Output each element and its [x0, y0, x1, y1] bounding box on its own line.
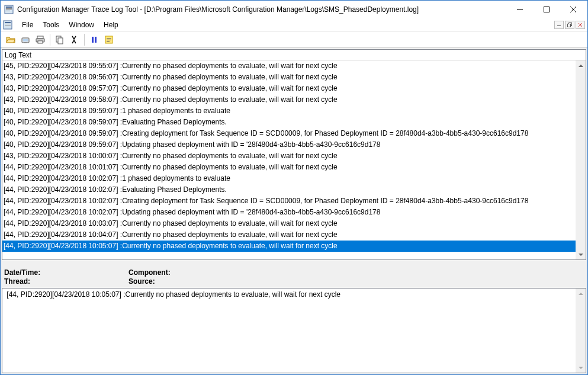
menu-help[interactable]: Help — [99, 20, 123, 30]
svg-rect-26 — [92, 37, 94, 43]
log-row[interactable]: [44, PID:2920][04/23/2018 10:04:07] :Cur… — [2, 229, 576, 241]
svg-rect-12 — [5, 25, 11, 25]
scroll-up-arrow[interactable] — [576, 289, 586, 299]
menu-file[interactable]: File — [17, 20, 38, 30]
log-row[interactable]: [43, PID:2920][04/23/2018 10:00:07] :Cur… — [2, 150, 576, 162]
mdi-close-button[interactable] — [576, 21, 585, 29]
detail-text-pane[interactable]: [44, PID:2920][04/23/2018 10:05:07] :Cur… — [2, 288, 586, 373]
svg-rect-23 — [38, 41, 43, 43]
app-icon — [4, 5, 14, 14]
title-bar: Configuration Manager Trace Log Tool - [… — [1, 1, 587, 18]
log-row-message: Currently no phased deployments to evalu… — [122, 163, 338, 171]
log-row-prefix: [44, PID:2920][04/23/2018 10:02:07] : — [4, 197, 122, 205]
log-row-message: Currently no phased deployments to evalu… — [122, 152, 338, 160]
svg-rect-2 — [6, 8, 12, 9]
log-row-message: Updating phased deployment with ID = '28… — [122, 140, 380, 149]
svg-rect-10 — [5, 22, 11, 23]
pause-button[interactable] — [88, 33, 101, 46]
svg-rect-30 — [107, 40, 111, 40]
menu-tools[interactable]: Tools — [38, 20, 64, 30]
log-row-prefix: [44, PID:2920][04/23/2018 10:05:07] : — [4, 242, 122, 250]
log-row[interactable]: [44, PID:2920][04/23/2018 10:01:07] :Cur… — [2, 162, 576, 173]
log-row-message: Currently no phased deployments to evalu… — [122, 242, 338, 250]
find-button[interactable] — [68, 33, 81, 46]
close-button[interactable] — [560, 1, 586, 18]
label-datetime: Date/Time: — [4, 268, 40, 277]
log-row-message: Creating deployment for Task Sequence ID… — [122, 129, 528, 137]
column-header-log-text[interactable]: Log Text — [2, 50, 586, 60]
log-row-prefix: [45, PID:2920][04/23/2018 09:55:07] : — [4, 62, 122, 70]
log-row-prefix: [43, PID:2920][04/23/2018 09:56:07] : — [4, 73, 122, 81]
log-row-prefix: [44, PID:2920][04/23/2018 10:02:07] : — [4, 208, 122, 216]
vertical-scrollbar[interactable] — [576, 60, 586, 259]
menu-window[interactable]: Window — [64, 20, 99, 30]
svg-rect-31 — [107, 41, 110, 42]
log-row[interactable]: [40, PID:2920][04/23/2018 09:59:07] :Eva… — [2, 117, 576, 128]
scroll-down-arrow[interactable] — [576, 249, 586, 259]
log-row[interactable]: [44, PID:2920][04/23/2018 10:03:07] :Cur… — [2, 218, 576, 229]
label-component: Component: — [128, 268, 171, 277]
log-row-prefix: [44, PID:2920][04/23/2018 10:02:07] : — [4, 174, 122, 182]
label-thread: Thread: — [4, 277, 30, 286]
log-row-prefix: [40, PID:2920][04/23/2018 09:59:07] : — [4, 140, 122, 149]
log-row-message: Currently no phased deployments to evalu… — [122, 62, 338, 70]
svg-rect-4 — [6, 11, 10, 11]
log-row-message: Evaluating Phased Deployments. — [122, 118, 227, 126]
log-row[interactable]: [40, PID:2920][04/23/2018 09:59:07] :Upd… — [2, 139, 576, 150]
log-row[interactable]: [40, PID:2920][04/23/2018 09:59:07] :Cre… — [2, 128, 576, 139]
log-row-message: 1 phased deployments to evaluate — [122, 174, 230, 182]
log-row[interactable]: [43, PID:2920][04/23/2018 09:56:07] :Cur… — [2, 72, 576, 83]
log-row[interactable]: [44, PID:2920][04/23/2018 10:02:07] :Upd… — [2, 207, 576, 218]
svg-rect-27 — [95, 37, 97, 43]
log-row-prefix: [40, PID:2920][04/23/2018 09:59:07] : — [4, 107, 122, 115]
highlight-button[interactable] — [102, 33, 115, 46]
log-list: Log Text [45, PID:2920][04/23/2018 09:55… — [2, 49, 586, 260]
svg-rect-19 — [23, 39, 28, 41]
svg-rect-5 — [517, 9, 523, 10]
toolbar-separator — [50, 34, 50, 46]
menu-bar: File Tools Window Help — [1, 18, 587, 31]
log-row-message: Currently no phased deployments to evalu… — [122, 84, 338, 92]
copy-button[interactable] — [53, 33, 66, 46]
log-row[interactable]: [43, PID:2920][04/23/2018 09:57:07] :Cur… — [2, 83, 576, 94]
mdi-minimize-button[interactable] — [554, 21, 564, 29]
log-row-message: Creating deployment for Task Sequence ID… — [122, 197, 528, 205]
log-row-prefix: [43, PID:2920][04/23/2018 09:58:07] : — [4, 95, 122, 104]
svg-rect-13 — [557, 25, 561, 26]
open-button[interactable] — [4, 33, 17, 46]
svg-rect-25 — [58, 38, 63, 44]
minimize-button[interactable] — [506, 1, 533, 18]
log-row[interactable]: [44, PID:2920][04/23/2018 10:02:07] :Cre… — [2, 195, 576, 207]
refresh-button[interactable] — [19, 33, 32, 46]
mdi-restore-button[interactable] — [565, 21, 574, 29]
log-row-prefix: [44, PID:2920][04/23/2018 10:03:07] : — [4, 219, 122, 227]
svg-rect-11 — [5, 24, 11, 24]
svg-rect-15 — [568, 24, 571, 27]
toolbar-separator — [84, 34, 85, 46]
scroll-up-arrow[interactable] — [576, 60, 586, 70]
log-row-prefix: [44, PID:2920][04/23/2018 10:04:07] : — [4, 230, 122, 239]
log-row[interactable]: [44, PID:2920][04/23/2018 10:05:07] :Cur… — [2, 241, 576, 252]
log-row-prefix: [40, PID:2920][04/23/2018 09:59:07] : — [4, 129, 122, 137]
scroll-down-arrow[interactable] — [576, 363, 586, 373]
detail-text: [44, PID:2920][04/23/2018 10:05:07] :Cur… — [5, 290, 583, 299]
svg-rect-6 — [544, 7, 549, 12]
window-title: Configuration Manager Trace Log Tool - [… — [17, 5, 506, 14]
log-row[interactable]: [44, PID:2920][04/23/2018 10:02:07] :1 p… — [2, 173, 576, 184]
svg-rect-29 — [107, 38, 111, 39]
mdi-window-buttons — [554, 21, 585, 29]
log-row-prefix: [43, PID:2920][04/23/2018 10:00:07] : — [4, 152, 122, 160]
log-row-message: Currently no phased deployments to evalu… — [122, 95, 338, 104]
maximize-button[interactable] — [533, 1, 560, 18]
log-row[interactable]: [43, PID:2920][04/23/2018 09:58:07] :Cur… — [2, 94, 576, 105]
log-row[interactable]: [40, PID:2920][04/23/2018 09:59:07] :1 p… — [2, 105, 576, 117]
log-row[interactable]: [45, PID:2920][04/23/2018 09:55:07] :Cur… — [2, 60, 576, 72]
log-row[interactable]: [44, PID:2920][04/23/2018 10:02:07] :Eva… — [2, 184, 576, 195]
log-row-message: Updating phased deployment with ID = '28… — [122, 208, 380, 216]
svg-rect-1 — [6, 7, 12, 8]
log-row-message: Currently no phased deployments to evalu… — [122, 230, 338, 239]
content-area: Log Text [45, PID:2920][04/23/2018 09:55… — [1, 48, 587, 374]
detail-vertical-scrollbar[interactable] — [576, 289, 586, 373]
print-button[interactable] — [34, 33, 47, 46]
document-icon — [3, 20, 12, 30]
